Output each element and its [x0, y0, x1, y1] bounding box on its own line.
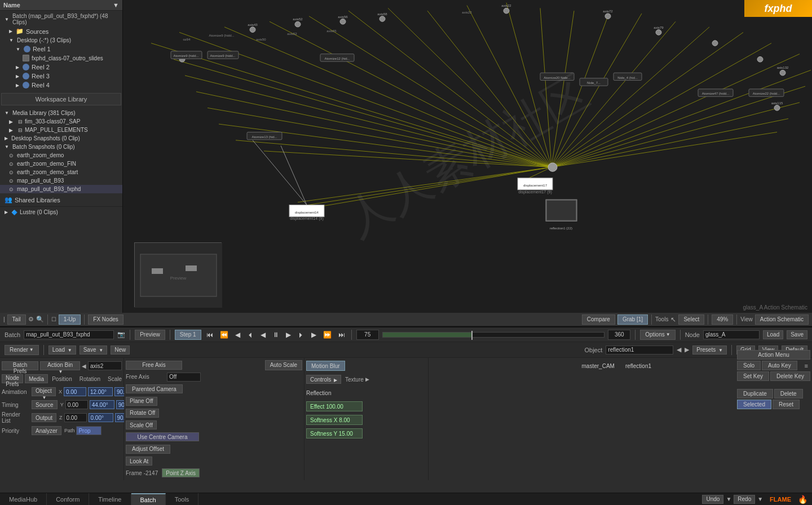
use-centre-cam-btn[interactable]: Use Centre Camera	[126, 432, 199, 441]
new-button[interactable]: New	[111, 345, 130, 355]
pb-prev[interactable]: ◀	[233, 331, 242, 339]
redo-button[interactable]: Redo	[734, 495, 755, 504]
set-key-btn[interactable]: Set Key	[737, 371, 769, 381]
next-object-icon[interactable]: ▶	[685, 346, 689, 353]
controls-btn[interactable]: Controls ▶	[306, 375, 341, 384]
sidebar-batch-snapshots[interactable]: ▼ Batch Snapshots (0 Clip)	[0, 143, 122, 151]
shared-libraries[interactable]: 👥 Shared Libraries	[0, 194, 122, 205]
fx-nodes-button[interactable]: FX Nodes	[88, 314, 123, 325]
pos-x-input[interactable]	[64, 387, 86, 396]
step-button[interactable]: Step 1	[175, 330, 201, 340]
tab-conform[interactable]: Conform	[47, 493, 89, 506]
scale-off-btn[interactable]: Scale Off	[126, 420, 157, 429]
action-bin-btn[interactable]: Action Bin ▼	[40, 361, 80, 370]
media-btn[interactable]: Media	[25, 374, 48, 383]
pb-to-start[interactable]: ⏮	[205, 331, 215, 339]
sidebar-reel2[interactable]: ▶ Reel 2	[0, 63, 122, 72]
end-frame-input[interactable]	[608, 330, 630, 340]
sidebar-map-pull[interactable]: ▶ ⊟ MAP_PULL_ELEMENTS	[0, 126, 122, 134]
pb-play[interactable]: ▶	[284, 331, 293, 339]
node-load-btn[interactable]: Load	[763, 330, 783, 339]
analyzer-btn[interactable]: Analyzer	[32, 426, 61, 435]
tab-tools[interactable]: Tools	[166, 493, 199, 506]
sidebar-reel3[interactable]: ▶ Reel 3	[0, 72, 122, 81]
prev-axis-icon[interactable]: ◀	[82, 363, 86, 369]
source-btn[interactable]: Source	[32, 400, 58, 409]
path-input[interactable]	[76, 426, 102, 435]
load-button[interactable]: Load ▼	[48, 345, 76, 355]
auto-scale-btn[interactable]: Auto Scale	[265, 360, 302, 370]
rot-x-input[interactable]	[88, 387, 113, 396]
sidebar-media-library[interactable]: ▼ Media Library (381 Clips)	[0, 109, 122, 117]
effect-param[interactable]: Effect 100.00	[306, 401, 363, 411]
pb-forward-step[interactable]: ⏵	[296, 331, 306, 339]
save-button[interactable]: Save ▼	[80, 345, 108, 355]
batch-name-input[interactable]	[24, 330, 114, 339]
softness-y-param[interactable]: Softness Y 15.00	[306, 428, 363, 438]
tab-batch[interactable]: Batch	[131, 493, 166, 506]
node-prefs-btn[interactable]: Node Prefs	[2, 374, 23, 383]
viewport[interactable]: displacement14 displacement17 reflection…	[123, 0, 812, 313]
delete-key-btn[interactable]: Delete Key	[770, 371, 810, 381]
sidebar-lustre[interactable]: ▶ 🔷 Lustre (0 Clips)	[0, 208, 122, 216]
reset-btn[interactable]: Reset	[773, 400, 800, 409]
zoom-display[interactable]: 49%	[712, 314, 733, 325]
pb-prev-frame[interactable]: ⏪	[218, 331, 230, 339]
selected-btn[interactable]: Selected	[737, 400, 771, 409]
sidebar-reel4[interactable]: ▶ Reel 4	[0, 81, 122, 90]
1up-button[interactable]: 1-Up	[59, 314, 81, 325]
rot-z-input[interactable]	[89, 413, 113, 422]
settings-icon[interactable]: ⚙	[28, 316, 34, 323]
duplicate-btn[interactable]: Duplicate	[737, 389, 773, 398]
look-at-btn[interactable]: Look At	[126, 457, 152, 466]
sidebar-reel1-item[interactable]: fxphd_class-07_outro_slides	[0, 54, 122, 63]
action-schematic-button[interactable]: Action Schematic	[755, 314, 809, 325]
options-button[interactable]: Options ▼	[640, 330, 675, 340]
object-name-input[interactable]	[606, 345, 673, 355]
node-save-btn[interactable]: Save	[787, 330, 807, 339]
select-button[interactable]: Select	[678, 314, 704, 325]
sidebar-reel1[interactable]: ▼ Reel 1	[0, 45, 122, 54]
grab-button[interactable]: Grab [1]	[617, 314, 648, 325]
pos-z-input[interactable]	[64, 413, 87, 422]
adjust-offset-btn[interactable]: Adjust Offset	[126, 445, 170, 454]
render-button[interactable]: Render ▼	[5, 345, 39, 355]
solo-btn[interactable]: Solo	[737, 361, 761, 370]
sidebar-desktop-snapshots[interactable]: ▶ Desktop Snapshots (0 Clip)	[0, 134, 122, 143]
parented-cam-btn[interactable]: Parented Camera	[126, 384, 183, 393]
free-axis-val[interactable]	[167, 373, 201, 382]
delete-btn[interactable]: Delete	[774, 389, 803, 398]
rotate-off-btn[interactable]: Rotate Off	[126, 409, 159, 418]
sidebar-earth-zoom-fin[interactable]: ⊙ earth_zoom_demo_FIN	[0, 160, 122, 168]
track-btn[interactable]: Free Axis	[126, 361, 182, 370]
pb-next[interactable]: ▶	[310, 331, 318, 339]
compare-button[interactable]: Compare	[582, 314, 615, 325]
sidebar-name-header[interactable]: Name ▼	[0, 0, 122, 11]
preview-button[interactable]: Preview	[135, 330, 165, 340]
rot-y-input[interactable]	[90, 400, 114, 409]
search-icon[interactable]: 🔍	[36, 316, 44, 323]
sidebar-map-pull-b93[interactable]: ⊙ map_pull_out_B93	[0, 176, 122, 185]
pb-to-end[interactable]: ⏭	[337, 331, 347, 339]
auto-key-btn[interactable]: Auto Key	[762, 361, 797, 370]
pb-back-step[interactable]: ⏴	[245, 331, 255, 339]
pb-next-frame[interactable]: ⏩	[321, 331, 333, 339]
sidebar-film303[interactable]: ▶ ⊟ fim_303-class07_SAP	[0, 117, 122, 126]
softness-x-param[interactable]: Softness X 8.00	[306, 415, 363, 425]
axis-input[interactable]	[88, 361, 122, 370]
action-menu-btn[interactable]: Action Menu	[737, 350, 810, 360]
presets-button[interactable]: Presets ▼	[692, 345, 727, 355]
sidebar-map-pull-b93-fxphd[interactable]: ⊙ map_pull_out_B93_fxphd	[0, 185, 122, 193]
sidebar-sources[interactable]: ▶ 📁 Sources	[0, 26, 122, 36]
sidebar-batch-item[interactable]: ▼ Batch (map_pull_out_B93_fxphd*) (48 Cl…	[0, 12, 122, 26]
plane-off-btn[interactable]: Plane Off	[126, 397, 157, 406]
camera-icon[interactable]: 📷	[117, 331, 125, 338]
tab-mediahub[interactable]: MediaHub	[0, 493, 47, 506]
node-name-input[interactable]	[703, 330, 760, 339]
tail-button[interactable]: Tail	[7, 314, 26, 325]
pb-play-rev[interactable]: ◀	[259, 331, 267, 339]
timeline-track[interactable]	[382, 332, 605, 338]
pos-y-input[interactable]	[65, 400, 88, 409]
tab-timeline[interactable]: Timeline	[89, 493, 131, 506]
pb-pause[interactable]: ⏸	[271, 331, 281, 339]
